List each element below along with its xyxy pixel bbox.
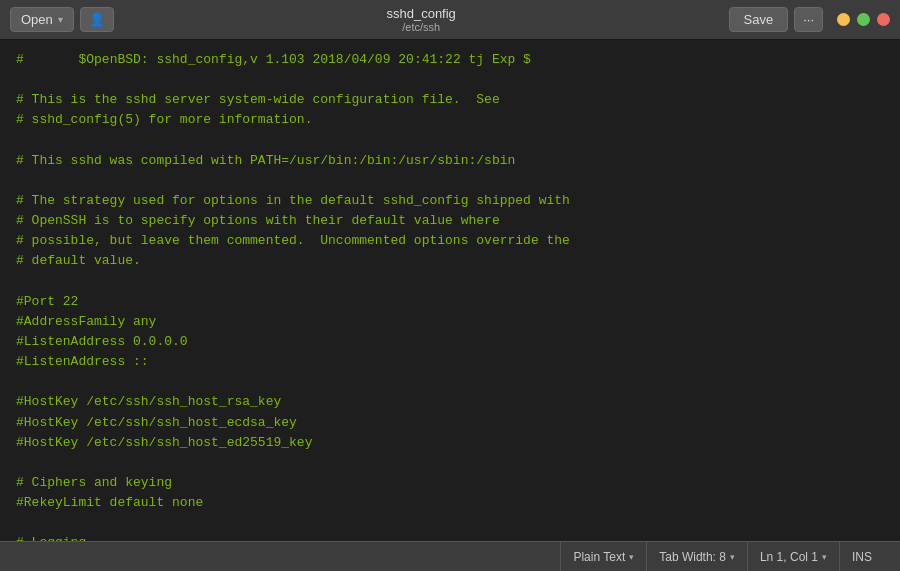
- tab-width-selector[interactable]: Tab Width: 8 ▾: [647, 542, 748, 571]
- tab-width-label: Tab Width: 8: [659, 550, 726, 564]
- titlebar-left: Open ▾ 👤: [10, 7, 114, 32]
- save-button[interactable]: Save: [729, 7, 789, 32]
- position-label: Ln 1, Col 1: [760, 550, 818, 564]
- code-content: # $OpenBSD: sshd_config,v 1.103 2018/04/…: [16, 50, 884, 541]
- titlebar: Open ▾ 👤 sshd_config /etc/ssh Save ···: [0, 0, 900, 40]
- titlebar-right: Save ···: [729, 7, 890, 32]
- tab-width-chevron-icon: ▾: [730, 552, 735, 562]
- user-icon: 👤: [89, 12, 105, 27]
- position-chevron-icon: ▾: [822, 552, 827, 562]
- maximize-button[interactable]: [857, 13, 870, 26]
- minimize-button[interactable]: [837, 13, 850, 26]
- titlebar-center: sshd_config /etc/ssh: [114, 6, 729, 34]
- insert-mode: INS: [840, 542, 884, 571]
- close-button[interactable]: [877, 13, 890, 26]
- cursor-position[interactable]: Ln 1, Col 1 ▾: [748, 542, 840, 571]
- plain-text-chevron-icon: ▾: [629, 552, 634, 562]
- open-button[interactable]: Open ▾: [10, 7, 74, 32]
- open-chevron-icon: ▾: [58, 14, 63, 25]
- file-name: sshd_config: [114, 6, 729, 22]
- plain-text-label: Plain Text: [573, 550, 625, 564]
- file-path: /etc/ssh: [114, 21, 729, 33]
- open-label: Open: [21, 12, 53, 27]
- more-button[interactable]: ···: [794, 7, 823, 32]
- plain-text-selector[interactable]: Plain Text ▾: [560, 542, 647, 571]
- statusbar: Plain Text ▾ Tab Width: 8 ▾ Ln 1, Col 1 …: [0, 541, 900, 571]
- editor-area[interactable]: # $OpenBSD: sshd_config,v 1.103 2018/04/…: [0, 40, 900, 541]
- ins-label: INS: [852, 550, 872, 564]
- window-controls: [837, 13, 890, 26]
- user-button[interactable]: 👤: [80, 7, 114, 32]
